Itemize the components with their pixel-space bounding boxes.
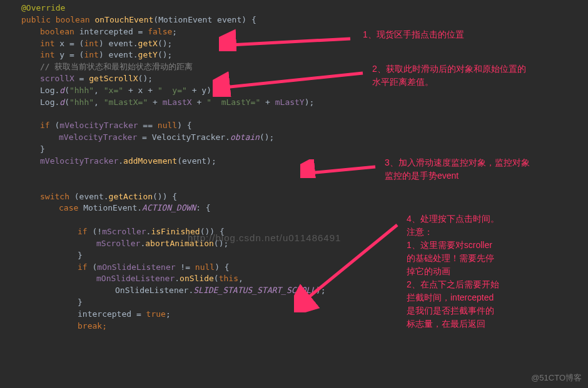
- punct: );: [316, 286, 326, 295]
- static-call: obtain: [230, 132, 260, 142]
- field: mVelocityTracker: [59, 132, 137, 142]
- var: intercepted: [79, 27, 133, 36]
- txt: OnSlideListener.: [115, 286, 193, 295]
- txt: + x +: [123, 86, 158, 95]
- txt: +: [148, 97, 162, 107]
- field: mLastX: [163, 97, 192, 107]
- field: mScroller: [96, 239, 140, 248]
- punct: ,: [94, 97, 104, 107]
- call: isFinished: [151, 227, 200, 236]
- var: intercepted: [78, 309, 131, 319]
- kw: int: [84, 39, 98, 48]
- method-params: (MotionEvent event) {: [153, 15, 256, 24]
- call: getAction: [109, 192, 153, 201]
- punct: .: [175, 274, 180, 283]
- punct: ,: [238, 274, 243, 283]
- kw-true: true: [146, 309, 166, 319]
- punct: ();: [158, 50, 172, 59]
- call: abortAnimation: [145, 239, 214, 248]
- field: scrollX: [40, 74, 74, 83]
- kw-boolean: boolean: [56, 15, 95, 24]
- kw-if: if: [78, 262, 92, 272]
- code-editor: @Override public boolean onTouchEvent(Mo…: [0, 0, 388, 332]
- kw: int: [84, 50, 98, 59]
- punct: ();: [214, 239, 228, 248]
- field: mVelocityTracker: [59, 121, 138, 130]
- kw: int: [40, 39, 59, 48]
- op: ==: [138, 121, 158, 130]
- punct: ) {: [215, 262, 229, 272]
- punct: .: [118, 156, 123, 166]
- punct: ;: [166, 309, 171, 319]
- punct: (!: [92, 227, 102, 236]
- txt: = VelocityTracker.: [137, 132, 230, 142]
- punct: : {: [196, 203, 210, 212]
- kw-if: if: [78, 227, 92, 236]
- punct: (: [64, 86, 69, 95]
- str: "hhh": [69, 97, 94, 107]
- annotation: @Override: [21, 3, 65, 12]
- call: onSlide: [180, 274, 214, 283]
- str: " mLastY=": [206, 97, 260, 107]
- method-name: onTouchEvent: [94, 15, 153, 24]
- str: " y=": [158, 86, 187, 95]
- punct: );: [305, 97, 315, 107]
- static-call: d: [59, 86, 64, 95]
- txt: Log.: [40, 97, 59, 107]
- op: =: [133, 27, 148, 36]
- kw-case: case: [59, 203, 83, 212]
- txt: (event);: [177, 156, 216, 166]
- txt: +: [260, 97, 275, 107]
- annotation-note-3: 3、加入滑动速度监控对象，监控对象 监控的是手势event: [385, 156, 530, 182]
- field: mVelocityTracker: [40, 156, 118, 166]
- kw-null: null: [158, 121, 177, 130]
- kw-if: if: [40, 121, 54, 130]
- op: =: [74, 74, 89, 83]
- static-call: d: [59, 97, 64, 107]
- call: getX: [138, 39, 158, 48]
- const: ACTION_DOWN: [142, 203, 196, 212]
- txt: +: [192, 97, 206, 107]
- str: "hhh": [69, 86, 94, 95]
- punct: }: [78, 297, 83, 307]
- txt: y = (: [59, 50, 84, 59]
- kw-null: null: [195, 262, 215, 272]
- const: SLIDE_STATUS_START_SCROLL: [193, 286, 316, 295]
- kw-break: break;: [78, 321, 107, 331]
- punct: ();: [138, 74, 153, 83]
- txt: + y);: [187, 86, 216, 95]
- call: getY: [138, 50, 158, 59]
- kw-public: public: [21, 15, 56, 24]
- punct: ,: [94, 86, 104, 95]
- punct: }: [78, 251, 83, 260]
- txt: Log.: [40, 86, 59, 95]
- field: mLastY: [275, 97, 305, 107]
- kw: boolean: [40, 27, 79, 36]
- txt: (event.: [74, 192, 109, 201]
- txt: ) event.: [99, 50, 138, 59]
- punct: ();: [158, 39, 172, 48]
- kw-this: this: [219, 274, 238, 283]
- punct: ) {: [177, 121, 191, 130]
- punct: ()) {: [153, 192, 177, 201]
- str: "mLastX=": [104, 97, 148, 107]
- punct: }: [40, 144, 45, 154]
- op: !=: [176, 262, 195, 272]
- kw-false: false: [148, 27, 172, 36]
- txt: MotionEvent.: [83, 203, 142, 212]
- field: mOnSlideListener: [96, 274, 175, 283]
- field: mOnSlideListener: [97, 262, 175, 272]
- watermark-corner: @51CTO博客: [531, 372, 582, 384]
- txt: ) event.: [99, 39, 138, 48]
- annotation-note-2: 2、获取此时滑动后的对象和原始位置的 水平距离差值。: [372, 62, 526, 89]
- punct: ()) {: [200, 227, 225, 236]
- call: getScrollX: [89, 74, 138, 83]
- op: =: [131, 309, 146, 319]
- kw: int: [40, 50, 59, 59]
- punct: ();: [260, 132, 274, 142]
- txt: x = (: [59, 39, 84, 48]
- str: "x=": [104, 86, 123, 95]
- punct: (: [214, 274, 219, 283]
- comment: // 获取当前状态和最初始状态滑动的距离: [40, 62, 193, 71]
- punct: ;: [172, 27, 177, 36]
